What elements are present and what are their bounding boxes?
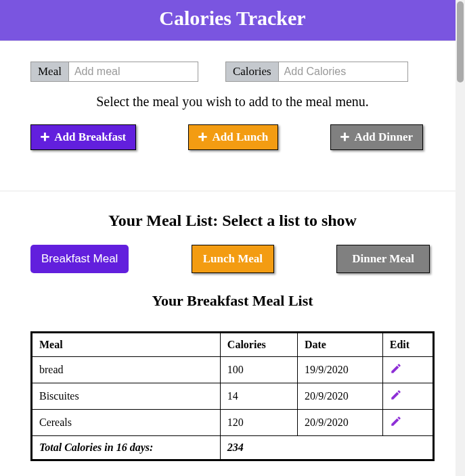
scrollbar-thumb[interactable] [457,1,464,82]
current-list-heading: Your Breakfast Meal List [30,292,435,310]
cell-date: 20/9/2020 [297,383,382,410]
table-row: bread10019/9/2020 [32,357,434,383]
table-header-row: Meal Calories Date Edit [32,333,434,357]
cell-edit [382,357,433,383]
meal-label: Meal [31,62,69,81]
scrollbar[interactable] [456,0,465,476]
instruction-text: Select the meal you wish to add to the m… [30,94,435,110]
cell-date: 20/9/2020 [297,410,382,436]
list-select-heading: Your Meal List: Select a list to show [30,212,435,230]
total-row: Total Calories in 16 days:234 [32,436,434,460]
calories-input[interactable] [279,62,407,81]
plus-icon: ➕︎ [198,130,207,143]
calories-input-group: Calories [225,62,408,82]
total-label: Total Calories in 16 days: [32,436,221,460]
plus-icon: ➕︎ [340,130,349,143]
cell-meal: Cereals [32,410,221,436]
plus-icon: ➕︎ [41,130,49,143]
breakfast-list-button[interactable]: Breakfast Meal [30,245,129,273]
table-row: Cereals12020/9/2020 [32,410,434,436]
meal-input-group: Meal [30,62,198,82]
pencil-icon[interactable] [390,365,402,377]
cell-meal: Biscuites [32,383,221,410]
lunch-list-button[interactable]: Lunch Meal [192,245,274,273]
table-row: Biscuites1420/9/2020 [32,383,434,410]
add-breakfast-button[interactable]: ➕︎ Add Breakfast [30,124,136,150]
add-meal-section: Meal Calories Select the meal you wish t… [0,41,465,170]
app-header: Calories Tracker [0,0,465,41]
cell-calories: 120 [220,410,297,436]
meal-input[interactable] [69,62,198,81]
pencil-icon[interactable] [390,418,402,429]
col-date: Date [297,333,382,357]
meal-table: Meal Calories Date Edit bread10019/9/202… [30,331,435,461]
cell-date: 19/9/2020 [297,357,382,383]
pencil-icon[interactable] [390,391,402,403]
total-value: 234 [220,436,433,460]
col-calories: Calories [220,333,297,357]
calories-label: Calories [226,62,279,81]
add-lunch-button[interactable]: ➕︎ Add Lunch [188,124,278,150]
cell-edit [382,383,433,410]
cell-edit [382,410,433,436]
meal-list-section: Your Meal List: Select a list to show Br… [0,191,465,476]
col-edit: Edit [382,333,433,357]
dinner-list-button[interactable]: Dinner Meal [336,245,430,273]
add-dinner-button[interactable]: ➕︎ Add Dinner [330,124,423,150]
cell-meal: bread [32,357,221,383]
cell-calories: 14 [220,383,297,410]
page-title: Calories Tracker [0,7,465,30]
cell-calories: 100 [220,357,297,383]
col-meal: Meal [32,333,221,357]
